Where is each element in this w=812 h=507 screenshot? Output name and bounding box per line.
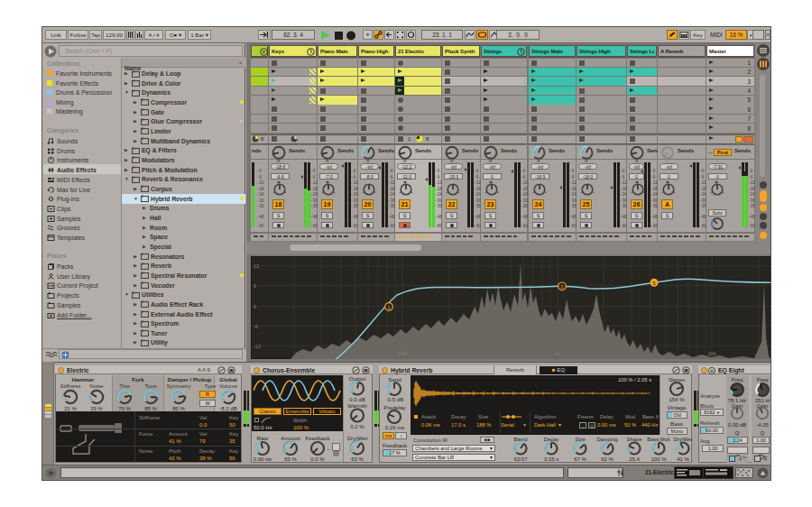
svg-text:10k: 10k [708, 351, 716, 356]
svg-text:100: 100 [398, 351, 406, 356]
svg-text:1k: 1k [555, 351, 560, 356]
svg-text:0: 0 [254, 304, 256, 309]
svg-text:-12: -12 [254, 344, 261, 349]
svg-text:12: 12 [254, 263, 259, 269]
svg-text:-6: -6 [254, 324, 258, 329]
svg-text:6: 6 [254, 283, 256, 289]
